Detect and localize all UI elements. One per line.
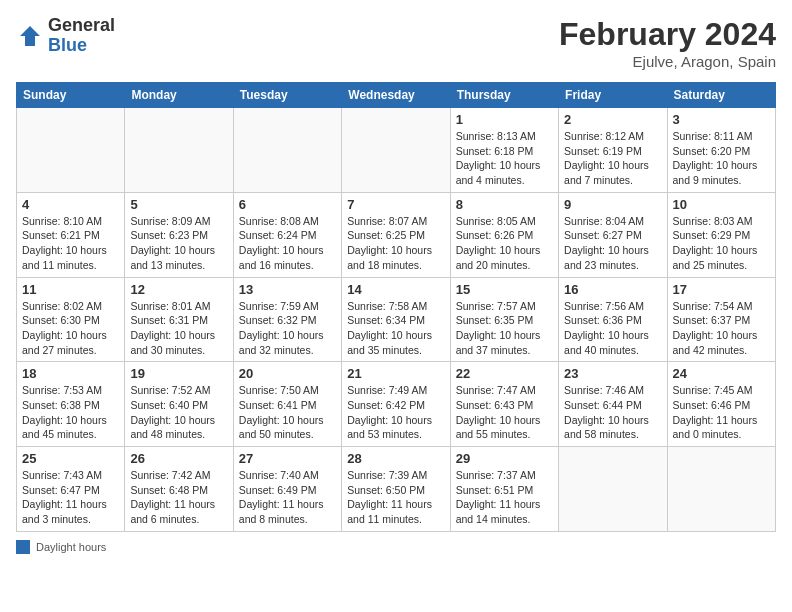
calendar-cell: 17Sunrise: 7:54 AMSunset: 6:37 PMDayligh… <box>667 277 775 362</box>
calendar-cell: 4Sunrise: 8:10 AMSunset: 6:21 PMDaylight… <box>17 192 125 277</box>
day-info: Sunrise: 8:01 AMSunset: 6:31 PMDaylight:… <box>130 299 227 358</box>
logo-text: General Blue <box>48 16 115 56</box>
calendar-body: 1Sunrise: 8:13 AMSunset: 6:18 PMDaylight… <box>17 108 776 532</box>
day-number: 21 <box>347 366 444 381</box>
day-info: Sunrise: 7:54 AMSunset: 6:37 PMDaylight:… <box>673 299 770 358</box>
day-number: 14 <box>347 282 444 297</box>
day-info: Sunrise: 7:53 AMSunset: 6:38 PMDaylight:… <box>22 383 119 442</box>
calendar-cell <box>559 447 667 532</box>
calendar-cell: 29Sunrise: 7:37 AMSunset: 6:51 PMDayligh… <box>450 447 558 532</box>
day-info: Sunrise: 7:56 AMSunset: 6:36 PMDaylight:… <box>564 299 661 358</box>
day-number: 4 <box>22 197 119 212</box>
legend-box <box>16 540 30 554</box>
calendar-cell: 23Sunrise: 7:46 AMSunset: 6:44 PMDayligh… <box>559 362 667 447</box>
day-info: Sunrise: 7:57 AMSunset: 6:35 PMDaylight:… <box>456 299 553 358</box>
calendar-cell: 16Sunrise: 7:56 AMSunset: 6:36 PMDayligh… <box>559 277 667 362</box>
day-number: 7 <box>347 197 444 212</box>
day-number: 29 <box>456 451 553 466</box>
day-info: Sunrise: 7:50 AMSunset: 6:41 PMDaylight:… <box>239 383 336 442</box>
day-number: 12 <box>130 282 227 297</box>
day-info: Sunrise: 7:46 AMSunset: 6:44 PMDaylight:… <box>564 383 661 442</box>
day-info: Sunrise: 7:43 AMSunset: 6:47 PMDaylight:… <box>22 468 119 527</box>
day-number: 1 <box>456 112 553 127</box>
day-info: Sunrise: 7:45 AMSunset: 6:46 PMDaylight:… <box>673 383 770 442</box>
calendar-cell: 27Sunrise: 7:40 AMSunset: 6:49 PMDayligh… <box>233 447 341 532</box>
day-number: 11 <box>22 282 119 297</box>
footer: Daylight hours <box>16 540 776 554</box>
calendar-cell: 11Sunrise: 8:02 AMSunset: 6:30 PMDayligh… <box>17 277 125 362</box>
calendar-week-row: 4Sunrise: 8:10 AMSunset: 6:21 PMDaylight… <box>17 192 776 277</box>
day-info: Sunrise: 7:52 AMSunset: 6:40 PMDaylight:… <box>130 383 227 442</box>
day-info: Sunrise: 7:40 AMSunset: 6:49 PMDaylight:… <box>239 468 336 527</box>
logo: General Blue <box>16 16 115 56</box>
day-info: Sunrise: 8:11 AMSunset: 6:20 PMDaylight:… <box>673 129 770 188</box>
column-header-monday: Monday <box>125 83 233 108</box>
day-number: 10 <box>673 197 770 212</box>
day-info: Sunrise: 8:12 AMSunset: 6:19 PMDaylight:… <box>564 129 661 188</box>
day-number: 23 <box>564 366 661 381</box>
day-info: Sunrise: 8:07 AMSunset: 6:25 PMDaylight:… <box>347 214 444 273</box>
day-info: Sunrise: 8:03 AMSunset: 6:29 PMDaylight:… <box>673 214 770 273</box>
calendar-cell: 22Sunrise: 7:47 AMSunset: 6:43 PMDayligh… <box>450 362 558 447</box>
day-info: Sunrise: 7:59 AMSunset: 6:32 PMDaylight:… <box>239 299 336 358</box>
column-header-saturday: Saturday <box>667 83 775 108</box>
calendar-cell: 9Sunrise: 8:04 AMSunset: 6:27 PMDaylight… <box>559 192 667 277</box>
calendar-cell: 6Sunrise: 8:08 AMSunset: 6:24 PMDaylight… <box>233 192 341 277</box>
day-number: 16 <box>564 282 661 297</box>
column-header-tuesday: Tuesday <box>233 83 341 108</box>
calendar-cell: 26Sunrise: 7:42 AMSunset: 6:48 PMDayligh… <box>125 447 233 532</box>
subtitle: Ejulve, Aragon, Spain <box>559 53 776 70</box>
day-number: 13 <box>239 282 336 297</box>
calendar-cell: 13Sunrise: 7:59 AMSunset: 6:32 PMDayligh… <box>233 277 341 362</box>
day-number: 15 <box>456 282 553 297</box>
calendar-cell <box>233 108 341 193</box>
main-title: February 2024 <box>559 16 776 53</box>
day-info: Sunrise: 7:39 AMSunset: 6:50 PMDaylight:… <box>347 468 444 527</box>
calendar-cell: 24Sunrise: 7:45 AMSunset: 6:46 PMDayligh… <box>667 362 775 447</box>
day-number: 22 <box>456 366 553 381</box>
calendar-week-row: 18Sunrise: 7:53 AMSunset: 6:38 PMDayligh… <box>17 362 776 447</box>
title-area: February 2024 Ejulve, Aragon, Spain <box>559 16 776 70</box>
calendar-cell: 5Sunrise: 8:09 AMSunset: 6:23 PMDaylight… <box>125 192 233 277</box>
calendar-header-row: SundayMondayTuesdayWednesdayThursdayFrid… <box>17 83 776 108</box>
day-number: 24 <box>673 366 770 381</box>
calendar-cell: 20Sunrise: 7:50 AMSunset: 6:41 PMDayligh… <box>233 362 341 447</box>
column-header-thursday: Thursday <box>450 83 558 108</box>
day-number: 18 <box>22 366 119 381</box>
logo-blue: Blue <box>48 36 115 56</box>
calendar-cell: 3Sunrise: 8:11 AMSunset: 6:20 PMDaylight… <box>667 108 775 193</box>
day-info: Sunrise: 7:37 AMSunset: 6:51 PMDaylight:… <box>456 468 553 527</box>
calendar-week-row: 11Sunrise: 8:02 AMSunset: 6:30 PMDayligh… <box>17 277 776 362</box>
day-number: 19 <box>130 366 227 381</box>
day-number: 26 <box>130 451 227 466</box>
day-number: 8 <box>456 197 553 212</box>
day-info: Sunrise: 7:47 AMSunset: 6:43 PMDaylight:… <box>456 383 553 442</box>
calendar-week-row: 1Sunrise: 8:13 AMSunset: 6:18 PMDaylight… <box>17 108 776 193</box>
calendar-cell <box>125 108 233 193</box>
day-number: 17 <box>673 282 770 297</box>
day-info: Sunrise: 8:08 AMSunset: 6:24 PMDaylight:… <box>239 214 336 273</box>
day-info: Sunrise: 7:58 AMSunset: 6:34 PMDaylight:… <box>347 299 444 358</box>
calendar-cell: 28Sunrise: 7:39 AMSunset: 6:50 PMDayligh… <box>342 447 450 532</box>
column-header-wednesday: Wednesday <box>342 83 450 108</box>
calendar-cell: 12Sunrise: 8:01 AMSunset: 6:31 PMDayligh… <box>125 277 233 362</box>
day-number: 9 <box>564 197 661 212</box>
logo-general: General <box>48 16 115 36</box>
calendar-cell: 2Sunrise: 8:12 AMSunset: 6:19 PMDaylight… <box>559 108 667 193</box>
calendar-cell: 21Sunrise: 7:49 AMSunset: 6:42 PMDayligh… <box>342 362 450 447</box>
day-info: Sunrise: 8:05 AMSunset: 6:26 PMDaylight:… <box>456 214 553 273</box>
calendar-cell: 14Sunrise: 7:58 AMSunset: 6:34 PMDayligh… <box>342 277 450 362</box>
svg-marker-0 <box>20 26 40 46</box>
calendar-cell: 25Sunrise: 7:43 AMSunset: 6:47 PMDayligh… <box>17 447 125 532</box>
day-number: 5 <box>130 197 227 212</box>
calendar-cell <box>667 447 775 532</box>
day-number: 3 <box>673 112 770 127</box>
legend-label: Daylight hours <box>36 541 106 553</box>
calendar-cell: 18Sunrise: 7:53 AMSunset: 6:38 PMDayligh… <box>17 362 125 447</box>
column-header-friday: Friday <box>559 83 667 108</box>
day-info: Sunrise: 8:02 AMSunset: 6:30 PMDaylight:… <box>22 299 119 358</box>
calendar-cell: 7Sunrise: 8:07 AMSunset: 6:25 PMDaylight… <box>342 192 450 277</box>
calendar-cell: 15Sunrise: 7:57 AMSunset: 6:35 PMDayligh… <box>450 277 558 362</box>
day-info: Sunrise: 8:10 AMSunset: 6:21 PMDaylight:… <box>22 214 119 273</box>
day-info: Sunrise: 8:09 AMSunset: 6:23 PMDaylight:… <box>130 214 227 273</box>
